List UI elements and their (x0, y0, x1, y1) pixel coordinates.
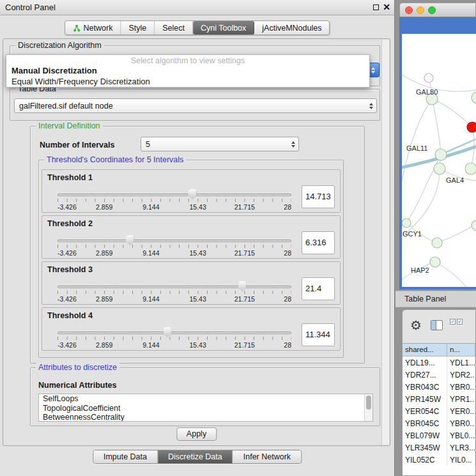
float-window-icon[interactable] (373, 4, 379, 10)
table-cell[interactable]: YBR043C (403, 381, 447, 393)
threshold-3-slider[interactable]: -3.426 2.859 9.144 15.43 21.715 28 (58, 281, 291, 304)
table-cell[interactable]: YBL079W (403, 429, 447, 441)
svg-text:HAP2: HAP2 (411, 266, 429, 274)
tab-select[interactable]: Select (155, 21, 193, 35)
close-window-icon[interactable] (405, 6, 413, 14)
table-cell[interactable]: YIL0... (447, 454, 475, 466)
threshold-4-value-input[interactable]: 11.344 (302, 323, 335, 346)
tab-network[interactable]: Network (65, 21, 121, 35)
network-canvas[interactable]: GAL80 GAL11 GAL4 GCY1 HAP2 (402, 34, 476, 287)
table-cell[interactable]: YPR1... (447, 393, 475, 405)
network-node[interactable] (472, 92, 476, 104)
network-node-gal11[interactable] (435, 149, 447, 160)
table-cell[interactable]: YER0... (447, 405, 475, 417)
table-cell[interactable]: YDL1... (447, 357, 475, 369)
table-row[interactable]: YIL052C YIL0... (403, 454, 475, 466)
network-node-gal4[interactable] (434, 163, 445, 174)
columns-icon[interactable] (431, 320, 443, 330)
column-header-shared-name[interactable]: shared... (403, 344, 447, 357)
slider-thumb[interactable] (164, 327, 172, 337)
dropdown-option-equal-width-frequency[interactable]: Equal Width/Frequency Discretization (6, 77, 369, 88)
slider-thumb[interactable] (188, 189, 197, 199)
threshold-4-slider[interactable]: -3.426 2.859 9.144 15.43 21.715 28 (58, 327, 291, 350)
table-cell[interactable]: YDL19... (403, 357, 447, 369)
select-columns-icon[interactable]: ✓ ✓ (450, 319, 463, 325)
cyni-toolbox-panel: Discretization Algorithm Select algorith… (3, 38, 390, 446)
network-node[interactable] (472, 220, 476, 231)
dropdown-option-manual-discretization[interactable]: Manual Discretization (6, 66, 369, 77)
group-title: Interval Definition (36, 121, 103, 131)
zoom-window-icon[interactable] (428, 6, 436, 14)
tab-discretize-data[interactable]: Discretize Data (158, 450, 233, 463)
svg-text:GAL11: GAL11 (406, 144, 427, 152)
column-header-name[interactable]: n... (447, 344, 475, 357)
table-cell[interactable]: YLR345W (403, 441, 447, 454)
tab-infer-network[interactable]: Infer Network (233, 450, 301, 463)
list-item[interactable]: BetweennessCentrality (39, 413, 372, 422)
scrollbar-thumb[interactable] (366, 395, 371, 410)
number-of-intervals-combobox[interactable]: 5 (141, 137, 299, 151)
apply-button[interactable]: Apply (176, 427, 217, 441)
threshold-3-value-input[interactable]: 21.4 (302, 277, 335, 300)
tab-cyni-toolbox[interactable]: Cyni Toolbox (193, 21, 254, 35)
threshold-2-slider[interactable]: -3.426 2.859 9.144 15.43 21.715 28 (58, 235, 291, 258)
table-row[interactable]: YBR043C YBR0... (403, 381, 475, 393)
network-node-hap2[interactable] (430, 257, 440, 267)
table-row[interactable]: YPR145W YPR1... (403, 393, 475, 405)
table-row[interactable]: YBL079W YBL0... (403, 429, 475, 441)
close-icon[interactable]: ✕ (383, 2, 390, 12)
table-cell[interactable]: YLR3... (447, 441, 475, 454)
table-cell[interactable]: YBR0... (447, 417, 475, 429)
table-cell[interactable]: YIL052C (403, 454, 447, 466)
table-cell[interactable]: YBR045C (403, 417, 447, 429)
table-row[interactable]: YDR27... YDR2... (403, 369, 475, 381)
table-cell[interactable]: YPR145W (403, 393, 447, 405)
network-edges (402, 72, 476, 287)
table-header-row: shared... n... (403, 344, 475, 357)
list-scrollbar[interactable] (364, 394, 372, 421)
slider-thumb[interactable] (126, 235, 134, 245)
vertical-scrollbar[interactable] (381, 40, 389, 445)
list-item[interactable]: SelfLoops (39, 394, 372, 404)
minimize-window-icon[interactable] (417, 6, 424, 14)
table-cell[interactable]: YER054C (403, 405, 447, 417)
svg-text:GCY1: GCY1 (403, 230, 422, 238)
network-nodes[interactable] (402, 73, 476, 267)
table-row[interactable]: YBR045C YBR0... (403, 417, 475, 429)
table-cell[interactable]: YDR2... (447, 369, 475, 381)
tab-style[interactable]: Style (121, 21, 155, 35)
tab-jactivemnodules[interactable]: jActiveMNodules (254, 21, 329, 35)
thresholds-group: Threshold's Coordinates for 5 Intervals … (38, 160, 344, 358)
network-icon (73, 24, 81, 32)
threshold-3-box: Threshold 3 -3.426 2.859 9.144 15.43 21.… (42, 261, 341, 305)
tab-label: Network (84, 24, 113, 33)
gear-icon[interactable]: ⚙ (410, 316, 422, 334)
table-data-group: Table Data galFiltered.sif default node (10, 89, 380, 121)
slider-thumb[interactable] (238, 281, 247, 291)
list-item[interactable]: TopologicalCoefficient (39, 404, 372, 413)
table-data-combobox[interactable]: galFiltered.sif default node (14, 98, 377, 113)
network-node[interactable] (432, 238, 442, 248)
table-row[interactable]: YDL19... YDL1... (403, 357, 475, 369)
table-row[interactable]: YER054C YER0... (403, 405, 475, 417)
tab-impute-data[interactable]: Impute Data (93, 450, 158, 463)
network-node[interactable] (424, 73, 433, 82)
network-node-gcy1[interactable] (402, 219, 411, 227)
threshold-2-value-input[interactable]: 6.316 (302, 231, 335, 254)
table-cell[interactable]: YDR27... (403, 369, 447, 381)
network-node-selected[interactable] (467, 122, 476, 132)
network-view-frame: GAL80 GAL11 GAL4 GCY1 HAP2 (399, 17, 476, 289)
table-row[interactable]: YLR345W YLR3... (403, 441, 475, 454)
window-title: Control Panel (5, 3, 56, 12)
algorithm-dropdown-popup: Select algorithm to view settings Manual… (6, 54, 370, 88)
table-cell[interactable]: YBL0... (447, 429, 475, 441)
numerical-attributes-list[interactable]: SelfLoops TopologicalCoefficient Between… (38, 394, 373, 422)
dropdown-prompt: Select algorithm to view settings (6, 55, 369, 66)
network-node[interactable] (465, 163, 476, 174)
bottom-tab-bar: Impute Data Discretize Data Infer Networ… (93, 450, 302, 464)
group-title: Discretization Algorithm (15, 41, 104, 50)
table-cell[interactable]: YBR0... (447, 381, 475, 393)
threshold-1-value-input[interactable]: 14.713 (302, 185, 335, 208)
threshold-1-slider[interactable]: -3.426 2.859 9.144 15.43 21.715 28 (58, 189, 291, 212)
node-table: shared... n... YDL19... YDL1... YDR27...… (403, 343, 475, 475)
